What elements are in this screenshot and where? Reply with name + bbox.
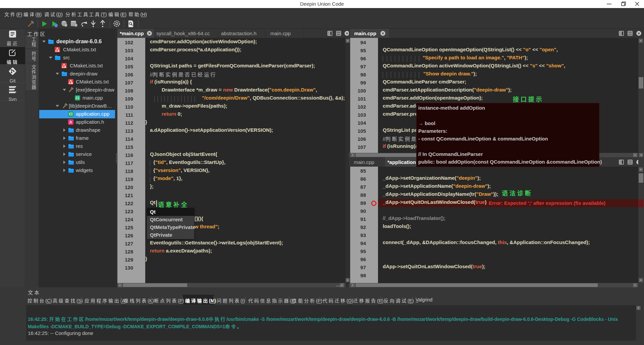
svg-text:.h: .h	[69, 120, 72, 124]
svg-text:C: C	[75, 96, 78, 100]
svg-text:C: C	[69, 112, 71, 116]
